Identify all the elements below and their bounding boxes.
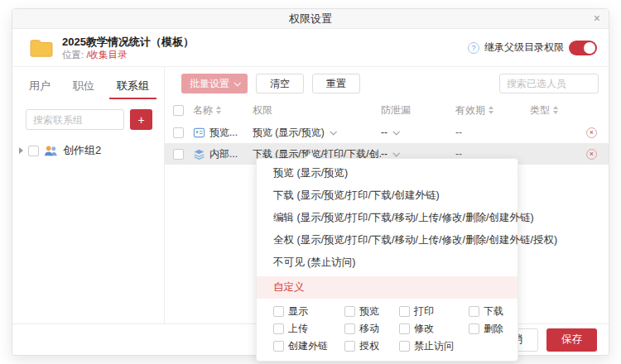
column-leakproof: 防泄漏 — [381, 103, 455, 117]
batch-settings-button[interactable]: 批量设置 — [181, 74, 248, 93]
custom-option-move[interactable]: 移动 — [344, 322, 399, 336]
sidebar-search-row: + — [26, 109, 152, 130]
main-panel: 批量设置 清空 重置 名称 权限 防泄漏 — [165, 67, 609, 323]
badge-icon — [193, 127, 205, 139]
location-label: 位置: — [62, 50, 84, 60]
column-validity[interactable]: 有效期 — [455, 103, 530, 117]
checkbox[interactable] — [344, 323, 355, 334]
folder-info: 2025教学情况统计（模板） 位置: /收集目录 — [62, 35, 468, 61]
checkbox[interactable] — [273, 323, 284, 334]
member-search-input[interactable] — [499, 74, 599, 93]
column-type[interactable]: 类型 — [530, 103, 583, 117]
batch-settings-label: 批量设置 — [190, 77, 229, 91]
toolbar: 批量设置 清空 重置 — [165, 67, 609, 98]
tree-item-label: 创作组2 — [63, 143, 101, 158]
menu-item-download[interactable]: 下载 (显示/预览/打印/下载/创建外链) — [257, 184, 518, 207]
location-path-link[interactable]: /收集目录 — [86, 50, 127, 60]
checkbox[interactable] — [469, 323, 479, 334]
menu-item-invisible[interactable]: 不可见 (禁止访问) — [257, 251, 518, 274]
dialog-title: 权限设置 — [289, 12, 332, 26]
custom-permission-grid: 显示 预览 打印 下载 上传 移动 修改 删除 创建外链 授权 禁止访问 — [257, 299, 518, 361]
dialog-header: 2025教学情况统计（模板） 位置: /收集目录 ? 继承父级目录权限 — [12, 29, 609, 67]
checkbox[interactable] — [399, 306, 410, 317]
table-row[interactable]: 预览... 预览 (显示/预览) -- -- × — [165, 122, 609, 143]
checkbox[interactable] — [344, 306, 355, 317]
folder-name: 2025教学情况统计（模板） — [62, 35, 468, 49]
menu-item-edit[interactable]: 编辑 (显示/预览/打印/下载/移动/上传/修改/删除/创建外链) — [257, 207, 518, 229]
menu-item-preview[interactable]: 预览 (显示/预览) — [257, 162, 518, 184]
row-checkbox[interactable] — [173, 149, 184, 160]
chevron-down-icon — [392, 150, 399, 156]
expand-caret-icon[interactable] — [19, 147, 23, 154]
checkbox[interactable] — [273, 341, 284, 352]
validity-cell: -- — [455, 127, 530, 138]
save-button[interactable]: 保存 — [546, 328, 597, 352]
row-name: 预览... — [209, 126, 238, 140]
sidebar-tabs: 用户 职位 联系组 — [26, 75, 152, 99]
layers-icon — [193, 148, 205, 160]
permission-select[interactable]: 预览 (显示/预览) — [253, 126, 381, 140]
dialog-body: 用户 职位 联系组 + 创作组2 — [12, 67, 609, 323]
custom-option-external-link[interactable]: 创建外链 — [273, 339, 344, 353]
contact-group-icon — [44, 145, 58, 157]
sort-icon[interactable] — [216, 106, 221, 114]
permission-dropdown-menu: 预览 (显示/预览) 下载 (显示/预览/打印/下载/创建外链) 编辑 (显示/… — [256, 158, 518, 362]
custom-option-upload[interactable]: 上传 — [273, 322, 344, 336]
row-name-cell: 内部... — [193, 147, 253, 161]
column-name[interactable]: 名称 — [193, 103, 253, 117]
contact-group-search-input[interactable] — [26, 109, 124, 130]
remove-icon[interactable]: × — [586, 127, 597, 138]
select-all-checkbox[interactable] — [173, 105, 184, 116]
leakproof-select[interactable]: -- — [381, 127, 455, 138]
reset-button[interactable]: 重置 — [312, 74, 360, 93]
chevron-down-icon — [330, 128, 336, 135]
dialog-titlebar: 权限设置 × — [12, 9, 609, 29]
row-name: 内部... — [209, 147, 238, 161]
inherit-permission-control: ? 继承父级目录权限 — [468, 41, 597, 55]
checkbox[interactable] — [469, 306, 479, 317]
folder-icon — [29, 37, 54, 59]
permission-settings-dialog: 权限设置 × 2025教学情况统计（模板） 位置: /收集目录 ? 继承父级目录… — [12, 8, 609, 356]
row-name-cell: 预览... — [193, 126, 253, 140]
checkbox[interactable] — [399, 323, 410, 334]
close-icon[interactable]: × — [594, 12, 600, 25]
toggle-knob — [584, 42, 595, 54]
sort-icon[interactable] — [489, 106, 493, 114]
tab-contact-groups[interactable]: 联系组 — [115, 75, 151, 99]
add-contact-group-button[interactable]: + — [130, 109, 152, 130]
tree-item-checkbox[interactable] — [28, 146, 39, 156]
row-checkbox[interactable] — [173, 127, 184, 138]
menu-item-custom[interactable]: 自定义 — [257, 276, 518, 299]
clear-button[interactable]: 清空 — [256, 74, 304, 93]
tab-positions[interactable]: 职位 — [71, 75, 96, 99]
custom-option-download[interactable]: 下载 — [469, 304, 506, 318]
chevron-down-icon — [233, 79, 240, 86]
custom-option-print[interactable]: 打印 — [399, 304, 469, 318]
custom-option-forbid-access[interactable]: 禁止访问 — [399, 339, 469, 353]
tab-users[interactable]: 用户 — [27, 75, 52, 99]
menu-item-full-control[interactable]: 全权 (显示/预览/打印/下载/移动/上传/修改/删除/创建外链/授权) — [257, 229, 518, 251]
chevron-down-icon — [392, 128, 399, 135]
custom-option-preview[interactable]: 预览 — [344, 304, 399, 318]
tree-item-creation-group[interactable]: 创作组2 — [19, 143, 152, 158]
remove-icon[interactable]: × — [586, 149, 597, 160]
checkbox[interactable] — [344, 341, 355, 352]
inherit-label: 继承父级目录权限 — [484, 41, 564, 55]
custom-option-display[interactable]: 显示 — [273, 304, 344, 318]
column-permission: 权限 — [253, 103, 381, 117]
custom-option-authorize[interactable]: 授权 — [344, 339, 399, 353]
checkbox[interactable] — [399, 341, 410, 352]
sort-icon[interactable] — [553, 106, 558, 114]
folder-location: 位置: /收集目录 — [62, 49, 468, 61]
checkbox[interactable] — [273, 306, 284, 317]
inherit-toggle[interactable] — [569, 41, 597, 55]
table-header: 名称 权限 防泄漏 有效期 类型 — [165, 98, 609, 122]
custom-option-modify[interactable]: 修改 — [399, 322, 469, 336]
custom-option-delete[interactable]: 删除 — [469, 322, 506, 336]
help-icon[interactable]: ? — [468, 42, 479, 54]
sidebar: 用户 职位 联系组 + 创作组2 — [12, 67, 165, 323]
